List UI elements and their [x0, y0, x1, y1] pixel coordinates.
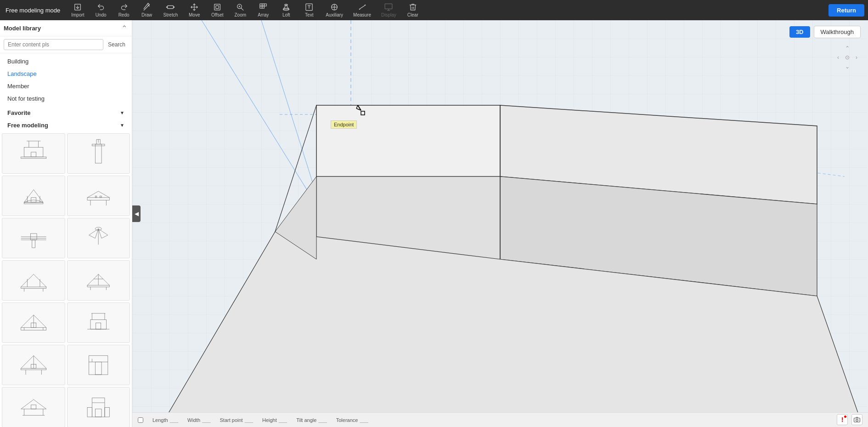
array-button[interactable]: Array [252, 1, 274, 19]
thumbnail-6[interactable] [67, 218, 130, 258]
svg-rect-73 [90, 319, 106, 329]
thumbnail-5[interactable] [2, 218, 65, 258]
sidebar-toggle-button[interactable]: ◀ [132, 205, 141, 222]
svg-rect-31 [21, 157, 46, 158]
move-button[interactable]: Move [183, 1, 205, 19]
sidebar-header: Model library ⌃ [0, 20, 132, 36]
nav-left-icon[interactable]: ‹ [834, 53, 842, 62]
loft-button[interactable]: Loft [275, 1, 297, 19]
status-height: Height ___ [262, 417, 287, 423]
statusbar: Length ___ Width ___ Start point ___ Hei… [132, 412, 868, 427]
thumbnail-9[interactable] [2, 302, 65, 343]
app-title: Free modeling mode [4, 7, 66, 14]
svg-rect-36 [31, 152, 36, 157]
thumbnail-8[interactable] [67, 260, 130, 301]
search-input[interactable] [4, 39, 103, 50]
free-modeling-arrow-icon: ▼ [120, 123, 124, 128]
svg-rect-92 [92, 398, 105, 416]
svg-rect-63 [87, 285, 109, 286]
svg-rect-78 [21, 368, 46, 370]
viewport[interactable]: 3D Walkthrough ⌃ ‹ ⊙ › ⌄ [132, 20, 868, 427]
svg-line-9 [241, 8, 243, 10]
view-controls: 3D Walkthrough [789, 26, 861, 38]
svg-rect-16 [262, 6, 265, 8]
category-list: Building Landscape Member Not for testin… [0, 53, 132, 107]
svg-rect-15 [260, 6, 262, 8]
svg-rect-94 [105, 407, 109, 417]
thumbnail-1[interactable] [2, 133, 65, 174]
svg-rect-95 [95, 409, 101, 416]
nav-home-icon[interactable]: ⊙ [843, 53, 851, 62]
measure-button[interactable]: Measure [349, 1, 376, 19]
thumbnail-3[interactable] [2, 176, 65, 216]
free-modeling-section[interactable]: Free modeling ▼ [0, 119, 132, 131]
search-button[interactable]: Search [105, 40, 128, 50]
svg-rect-28 [385, 4, 392, 9]
svg-rect-7 [216, 6, 219, 8]
svg-rect-37 [95, 144, 101, 163]
status-width: Width ___ [187, 417, 210, 423]
statusbar-checkbox[interactable] [138, 417, 143, 423]
svg-rect-3 [168, 6, 174, 8]
text-button[interactable]: Text [298, 1, 320, 19]
svg-line-25 [359, 5, 365, 10]
svg-rect-12 [260, 4, 262, 6]
import-button[interactable]: Import [67, 1, 89, 19]
thumbnail-14[interactable] [67, 387, 130, 427]
nav-down-icon[interactable]: ⌄ [843, 63, 851, 71]
svg-rect-93 [87, 407, 92, 417]
sidebar-collapse-icon[interactable]: ⌃ [120, 24, 128, 32]
sidebar-item-building[interactable]: Building [0, 55, 132, 68]
thumbnail-12[interactable] [67, 345, 130, 385]
svg-rect-68 [21, 327, 46, 330]
clear-button[interactable]: Clear [402, 1, 424, 19]
sidebar-item-not-testing[interactable]: Not for testing [0, 92, 132, 105]
thumbnail-13[interactable] [2, 387, 65, 427]
status-start-point: Start point ___ [220, 417, 254, 423]
display-button[interactable]: Display [377, 1, 401, 19]
undo-button[interactable]: Undo [90, 1, 112, 19]
redo-button[interactable]: Redo [113, 1, 135, 19]
favorite-arrow-icon: ▼ [120, 110, 124, 115]
canvas-svg[interactable] [132, 20, 868, 427]
return-button[interactable]: Return [829, 4, 864, 17]
walkthrough-button[interactable]: Walkthrough [814, 26, 861, 38]
svg-rect-13 [262, 4, 265, 6]
svg-rect-85 [95, 362, 101, 375]
sidebar-title: Model library [4, 25, 117, 32]
thumbnail-10[interactable] [67, 302, 130, 343]
svg-rect-56 [32, 239, 35, 247]
svg-rect-47 [87, 197, 109, 200]
zoom-button[interactable]: Zoom [229, 1, 251, 19]
svg-rect-6 [214, 4, 220, 10]
main-area: Model library ⌃ Search Building Landscap… [0, 20, 868, 427]
stretch-button[interactable]: Stretch [159, 1, 183, 19]
thumbnail-grid [0, 131, 132, 427]
svg-rect-91 [31, 404, 36, 409]
favorite-section[interactable]: Favorite ▼ [0, 107, 132, 119]
nav-up-icon[interactable]: ⌃ [843, 44, 851, 52]
offset-button[interactable]: Offset [206, 1, 228, 19]
thumbnail-11[interactable] [2, 345, 65, 385]
sidebar-item-landscape[interactable]: Landscape [0, 68, 132, 80]
3d-button[interactable]: 3D [789, 26, 810, 38]
thumbnail-7[interactable] [2, 260, 65, 301]
draw-button[interactable]: Draw [136, 1, 158, 19]
bottom-right-icons: ! [837, 414, 862, 425]
toolbar: Free modeling mode Import Undo Redo Draw… [0, 0, 868, 20]
thumbnail-4[interactable] [67, 176, 130, 216]
auxiliary-button[interactable]: Auxiliary [321, 1, 348, 19]
status-tolerance: Tolerance ___ [336, 417, 368, 423]
svg-rect-83 [89, 355, 108, 374]
camera-icon[interactable] [851, 414, 862, 425]
status-tilt-angle: Tilt angle ___ [296, 417, 327, 423]
svg-rect-43 [24, 202, 43, 204]
thumbnail-2[interactable] [67, 133, 130, 174]
svg-rect-14 [265, 4, 267, 6]
nav-arrows: ⌃ ‹ ⊙ › ⌄ [834, 44, 861, 71]
svg-point-116 [856, 419, 858, 421]
svg-rect-49 [100, 196, 101, 197]
warning-icon[interactable]: ! [837, 414, 848, 425]
sidebar-item-member[interactable]: Member [0, 80, 132, 92]
nav-right-icon[interactable]: › [852, 53, 861, 62]
